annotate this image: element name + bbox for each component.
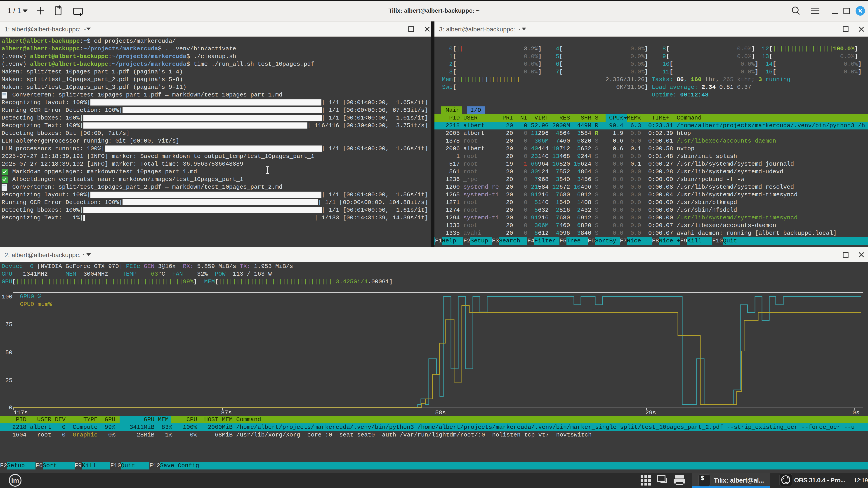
- svg-text:GPU0 %: GPU0 %: [20, 293, 41, 300]
- svg-text:lm: lm: [11, 477, 19, 484]
- svg-text:87s: 87s: [221, 410, 232, 416]
- svg-text:GPU0 mem%: GPU0 mem%: [20, 301, 52, 308]
- svg-text:75: 75: [5, 321, 12, 328]
- svg-text:29s: 29s: [645, 410, 656, 416]
- svg-text:117s: 117s: [13, 410, 28, 416]
- svg-text:50: 50: [5, 349, 12, 356]
- svg-text:100: 100: [2, 293, 12, 300]
- svg-text:58s: 58s: [435, 410, 446, 416]
- svg-text:25: 25: [5, 377, 12, 384]
- svg-text:0: 0: [9, 404, 12, 411]
- svg-text:0s: 0s: [852, 410, 860, 416]
